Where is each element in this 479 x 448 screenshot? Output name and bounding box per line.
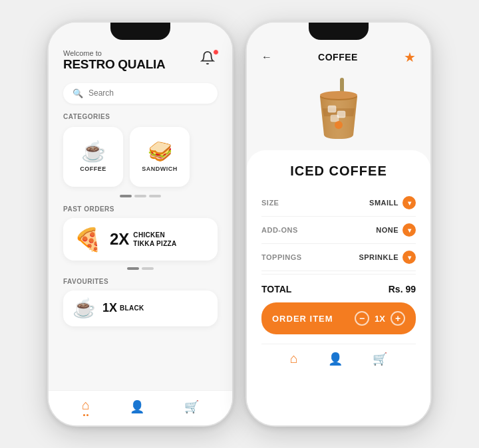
detail-title: COFFEE bbox=[318, 52, 358, 62]
order-item-button[interactable]: ORDER ITEM bbox=[272, 314, 333, 324]
order-name: CHICKENTIKKA PIZZA bbox=[133, 231, 176, 248]
order-quantity: 2X bbox=[110, 230, 129, 249]
order-bar[interactable]: ORDER ITEM − 1X + bbox=[261, 302, 416, 334]
detail-header: ← COFFEE ★ bbox=[247, 41, 430, 70]
home-header: Welcome to RESTRO QUALIA bbox=[49, 41, 232, 78]
dot-2 bbox=[149, 195, 161, 197]
search-bar[interactable]: 🔍 bbox=[63, 83, 218, 104]
scroll-dots-2 bbox=[49, 265, 232, 274]
addons-dropdown-btn[interactable]: ▾ bbox=[402, 223, 416, 237]
detail-bottom-nav: ⌂ 👤 🛒 bbox=[261, 344, 416, 376]
phone-notch bbox=[110, 23, 170, 40]
svg-rect-1 bbox=[328, 106, 336, 112]
past-orders-label: PAST ORDERS bbox=[49, 201, 232, 217]
phone2-notch bbox=[309, 23, 369, 40]
notification-dot bbox=[213, 49, 219, 55]
nav-profile[interactable]: 👤 bbox=[130, 399, 144, 414]
scroll-dots bbox=[49, 192, 232, 201]
past-order-card[interactable]: 🍕 2X CHICKENTIKKA PIZZA bbox=[63, 218, 218, 261]
drink-hero bbox=[247, 70, 430, 150]
favourites-card[interactable]: ☕ 1X BLACK bbox=[63, 290, 218, 326]
size-dropdown-btn[interactable]: ▾ bbox=[402, 196, 416, 209]
svg-rect-3 bbox=[331, 115, 339, 122]
svg-point-6 bbox=[335, 121, 343, 129]
welcome-text: Welcome to bbox=[63, 49, 165, 57]
nav-cart[interactable]: 🛒 bbox=[184, 399, 199, 414]
home-nav-icon: ⌂ bbox=[82, 397, 90, 413]
decrease-qty-button[interactable]: − bbox=[355, 311, 369, 326]
size-option-row: SIZE SMAILL ▾ bbox=[261, 189, 416, 217]
detail-nav-profile[interactable]: 👤 bbox=[328, 352, 343, 366]
profile-nav-icon: 👤 bbox=[130, 400, 144, 413]
search-input[interactable] bbox=[88, 88, 208, 98]
nav-home[interactable]: ⌂ bbox=[82, 397, 90, 416]
favourite-star[interactable]: ★ bbox=[404, 49, 416, 65]
toppings-option-row: TOPPINGS SPRINKLE ▾ bbox=[261, 244, 416, 271]
detail-home-icon: ⌂ bbox=[290, 351, 298, 366]
category-coffee[interactable]: ☕ COFFEE bbox=[63, 127, 123, 187]
pizza-icon: 🍕 bbox=[74, 226, 102, 253]
detail-profile-icon: 👤 bbox=[328, 352, 343, 366]
toppings-label: TOPPINGS bbox=[261, 253, 302, 261]
svg-point-5 bbox=[320, 91, 357, 99]
toppings-value: SPRINKLE bbox=[359, 253, 399, 261]
phone-home: Welcome to RESTRO QUALIA 🔍 CATEGORIES bbox=[47, 21, 234, 427]
dot-1 bbox=[134, 195, 146, 197]
toppings-dropdown-btn[interactable]: ▾ bbox=[402, 251, 416, 264]
bottom-nav: ⌂ 👤 🛒 bbox=[49, 390, 232, 425]
cart-nav-icon: 🛒 bbox=[184, 400, 199, 413]
phone-detail: ← COFFEE ★ bbox=[245, 21, 432, 427]
notification-bell[interactable] bbox=[200, 51, 218, 68]
detail-card: ICED COFFEE SIZE SMAILL ▾ ADD-ONS NONE ▾ bbox=[247, 150, 430, 425]
size-label: SIZE bbox=[261, 199, 279, 207]
categories-label: CATEGORIES bbox=[49, 109, 232, 124]
iced-coffee-image bbox=[312, 75, 365, 142]
total-value: Rs. 99 bbox=[389, 284, 416, 294]
increase-qty-button[interactable]: + bbox=[391, 311, 405, 326]
back-button[interactable]: ← bbox=[261, 51, 272, 63]
addons-option-row: ADD-ONS NONE ▾ bbox=[261, 217, 416, 244]
total-row: TOTAL Rs. 99 bbox=[261, 274, 416, 302]
detail-nav-cart[interactable]: 🛒 bbox=[373, 352, 387, 366]
fav-icon: ☕ bbox=[73, 297, 96, 319]
dot-active bbox=[120, 195, 132, 197]
dot2-1 bbox=[142, 267, 154, 270]
sandwich-label: SANDWICH bbox=[142, 166, 178, 172]
detail-cart-icon: 🛒 bbox=[373, 352, 387, 366]
size-value: SMAILL bbox=[369, 199, 399, 207]
sandwich-icon: 🥪 bbox=[148, 142, 172, 162]
fav-name: BLACK bbox=[120, 304, 144, 312]
favourites-label: FAVOURITES bbox=[49, 274, 232, 289]
addons-value: NONE bbox=[376, 226, 399, 234]
category-sandwich[interactable]: 🥪 SANDWICH bbox=[130, 127, 190, 187]
coffee-label: COFFEE bbox=[80, 166, 106, 172]
quantity-control: − 1X + bbox=[355, 311, 405, 326]
total-label: TOTAL bbox=[261, 284, 291, 294]
quantity-display: 1X bbox=[375, 314, 385, 324]
dot2-active bbox=[127, 267, 139, 270]
categories-row: ☕ COFFEE 🥪 SANDWICH bbox=[49, 124, 232, 192]
search-icon: 🔍 bbox=[73, 88, 83, 98]
addons-label: ADD-ONS bbox=[261, 226, 298, 234]
detail-nav-home[interactable]: ⌂ bbox=[290, 351, 298, 366]
drink-name: ICED COFFEE bbox=[261, 164, 416, 179]
coffee-icon: ☕ bbox=[81, 142, 106, 162]
app-title: RESTRO QUALIA bbox=[63, 57, 165, 72]
